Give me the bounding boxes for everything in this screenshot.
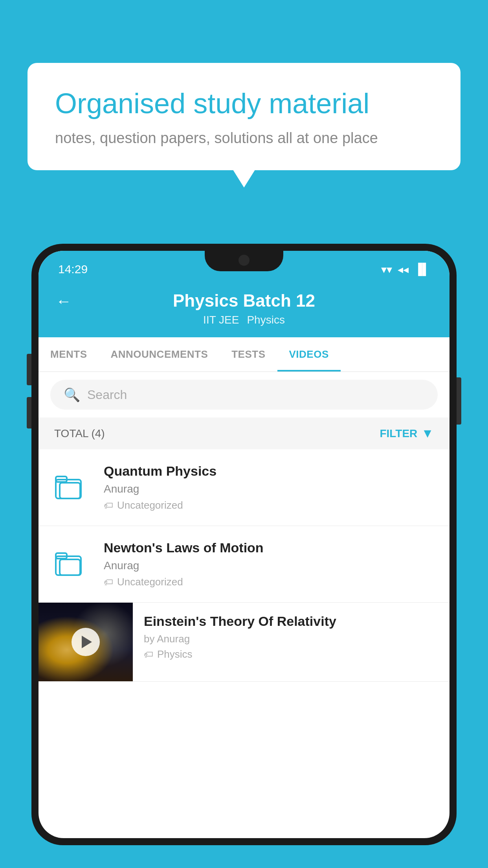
video-tag-row: 🏷 Uncategorized <box>104 499 434 511</box>
phone-mockup: 14:29 ▾▾ ◂◂ ▐▌ ← Physics Batch 12 IIT JE… <box>31 244 457 868</box>
video-by: by Anurag <box>144 633 438 645</box>
search-container: 🔍 Search <box>39 372 449 417</box>
svg-rect-5 <box>60 559 80 575</box>
play-icon <box>82 636 92 648</box>
phone-camera <box>238 255 250 266</box>
tab-ments[interactable]: MENTS <box>39 337 99 371</box>
header-tag-physics: Physics <box>247 314 284 326</box>
video-title: Einstein's Theory Of Relativity <box>144 614 438 629</box>
tab-tests[interactable]: TESTS <box>220 337 277 371</box>
tab-announcements[interactable]: ANNOUNCEMENTS <box>99 337 220 371</box>
filter-icon: ▼ <box>421 426 434 441</box>
app-header: ← Physics Batch 12 IIT JEE Physics <box>39 281 449 337</box>
total-count: TOTAL (4) <box>54 427 105 440</box>
video-info: Quantum Physics Anurag 🏷 Uncategorized <box>104 463 434 511</box>
video-info: Einstein's Theory Of Relativity by Anura… <box>133 603 449 671</box>
list-item[interactable]: Einstein's Theory Of Relativity by Anura… <box>39 603 449 682</box>
video-title: Quantum Physics <box>104 463 434 479</box>
status-time: 14:29 <box>58 263 88 276</box>
video-info: Newton's Laws of Motion Anurag 🏷 Uncateg… <box>104 540 434 588</box>
video-thumbnail <box>39 603 133 681</box>
search-box[interactable]: 🔍 Search <box>50 380 438 410</box>
tab-videos[interactable]: VIDEOS <box>277 337 341 371</box>
folder-icon-container <box>54 471 90 504</box>
video-tag: Uncategorized <box>117 576 183 588</box>
tag-icon: 🏷 <box>144 649 153 660</box>
list-item[interactable]: Newton's Laws of Motion Anurag 🏷 Uncateg… <box>39 526 449 603</box>
tag-icon: 🏷 <box>104 577 113 588</box>
filter-row: TOTAL (4) FILTER ▼ <box>39 417 449 449</box>
search-icon: 🔍 <box>64 387 80 403</box>
folder-icon <box>54 548 86 579</box>
video-tag: Uncategorized <box>117 499 183 511</box>
signal-icon: ◂◂ <box>398 263 409 276</box>
folder-icon-container <box>54 548 90 581</box>
bubble-title: Organised study material <box>55 86 433 120</box>
speech-bubble-container: Organised study material notes, question… <box>28 63 460 170</box>
search-input[interactable]: Search <box>87 388 127 402</box>
play-button[interactable] <box>72 628 100 656</box>
battery-icon: ▐▌ <box>414 263 430 276</box>
power-button <box>457 377 461 425</box>
screen-title: Physics Batch 12 <box>173 291 315 311</box>
wifi-icon: ▾▾ <box>381 263 392 276</box>
bubble-subtitle: notes, question papers, solutions all at… <box>55 130 433 147</box>
folder-icon <box>54 471 86 502</box>
list-item[interactable]: Quantum Physics Anurag 🏷 Uncategorized <box>39 449 449 526</box>
back-button[interactable]: ← <box>56 292 72 310</box>
video-title: Newton's Laws of Motion <box>104 540 434 555</box>
phone-screen: 14:29 ▾▾ ◂◂ ▐▌ ← Physics Batch 12 IIT JE… <box>39 251 449 838</box>
header-tags: IIT JEE Physics <box>203 314 285 326</box>
video-author: Anurag <box>104 483 434 495</box>
tag-icon: 🏷 <box>104 500 113 511</box>
video-tag-row: 🏷 Uncategorized <box>104 576 434 588</box>
video-list: Quantum Physics Anurag 🏷 Uncategorized <box>39 449 449 682</box>
volume-down-button <box>27 397 31 428</box>
speech-bubble: Organised study material notes, question… <box>28 63 460 170</box>
video-tag-row: 🏷 Physics <box>144 648 438 660</box>
volume-up-button <box>27 354 31 385</box>
filter-button[interactable]: FILTER ▼ <box>380 426 434 441</box>
tab-bar: MENTS ANNOUNCEMENTS TESTS VIDEOS <box>39 337 449 372</box>
header-tag-iitjee: IIT JEE <box>203 314 239 326</box>
video-author: Anurag <box>104 559 434 572</box>
status-icons: ▾▾ ◂◂ ▐▌ <box>381 263 430 276</box>
svg-rect-2 <box>60 483 80 498</box>
video-tag: Physics <box>157 648 193 660</box>
phone-outer: 14:29 ▾▾ ◂◂ ▐▌ ← Physics Batch 12 IIT JE… <box>31 244 457 845</box>
